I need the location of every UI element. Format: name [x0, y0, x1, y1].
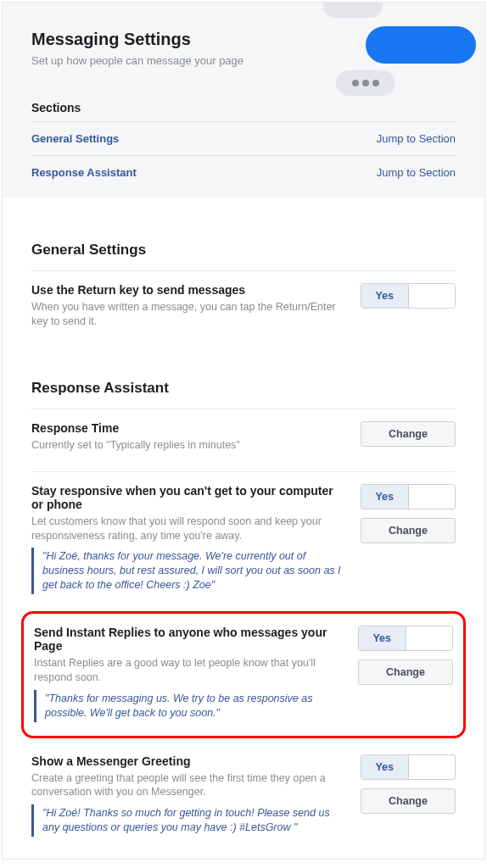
messaging-settings-page: Messaging Settings Set up how people can… [2, 2, 485, 860]
section-link-assistant: Response Assistant Jump to Section [31, 156, 456, 189]
toggle-off[interactable] [409, 485, 456, 509]
general-settings-heading: General Settings [31, 242, 456, 259]
typing-indicator-icon [336, 70, 395, 96]
instant-replies-toggle[interactable]: Yes [358, 626, 453, 651]
stay-responsive-change-button[interactable]: Change [361, 518, 456, 543]
greeting-change-button[interactable]: Change [361, 788, 456, 814]
toggle-off[interactable] [409, 284, 456, 308]
return-key-sub: When you have written a message, you can… [31, 300, 347, 329]
stay-responsive-sub: Let customers know that you will respond… [31, 515, 347, 543]
toggle-yes[interactable]: Yes [361, 485, 409, 509]
setting-return-key: Use the Return key to send messages When… [31, 270, 456, 348]
section-link-assistant-label[interactable]: Response Assistant [31, 166, 137, 179]
response-time-change-button[interactable]: Change [361, 421, 456, 447]
toggle-off[interactable] [409, 755, 456, 779]
greeting-sub: Create a greeting that people will see t… [31, 771, 347, 800]
instant-replies-change-button[interactable]: Change [358, 659, 453, 685]
instant-replies-title: Send Instant Replies to anyone who messa… [34, 626, 344, 653]
instant-replies-sub: Instant Replies are a good way to let pe… [34, 656, 344, 685]
response-time-sub: Currently set to "Typically replies in m… [31, 438, 347, 453]
greeting-title: Show a Messenger Greeting [31, 754, 347, 768]
return-key-title: Use the Return key to send messages [31, 283, 347, 297]
return-key-toggle[interactable]: Yes [361, 283, 456, 309]
setting-instant-replies: Send Instant Replies to anyone who messa… [21, 611, 466, 738]
decoration-bubble-blue [366, 26, 476, 64]
stay-responsive-title: Stay responsive when you can't get to yo… [31, 484, 347, 511]
setting-response-time: Response Time Currently set to "Typicall… [31, 409, 456, 471]
jump-to-section-general[interactable]: Jump to Section [377, 132, 456, 145]
toggle-yes[interactable]: Yes [359, 626, 406, 650]
sections-heading: Sections [31, 101, 456, 122]
section-link-general: General Settings Jump to Section [31, 122, 456, 156]
stay-responsive-toggle[interactable]: Yes [361, 484, 456, 509]
decoration-bubble-gray [323, 3, 383, 18]
setting-stay-responsive: Stay responsive when you can't get to yo… [31, 471, 456, 608]
setting-messenger-greeting: Show a Messenger Greeting Create a greet… [31, 742, 456, 851]
response-time-title: Response Time [31, 421, 347, 435]
instant-replies-quote: "Thanks for messaging us. We try to be a… [34, 690, 344, 722]
header-area: Messaging Settings Set up how people can… [3, 3, 484, 198]
toggle-off[interactable] [406, 626, 453, 650]
greeting-quote: "Hi Zoé! Thanks so much for getting in t… [31, 804, 347, 837]
stay-responsive-quote: "Hi Zoé, thanks for your message. We're … [31, 548, 347, 594]
toggle-yes[interactable]: Yes [361, 755, 409, 779]
greeting-toggle[interactable]: Yes [361, 754, 456, 780]
section-link-general-label[interactable]: General Settings [31, 132, 119, 145]
settings-body: General Settings Use the Return key to s… [3, 198, 484, 859]
toggle-yes[interactable]: Yes [361, 284, 409, 308]
jump-to-section-assistant[interactable]: Jump to Section [377, 166, 456, 179]
response-assistant-heading: Response Assistant [31, 380, 456, 397]
